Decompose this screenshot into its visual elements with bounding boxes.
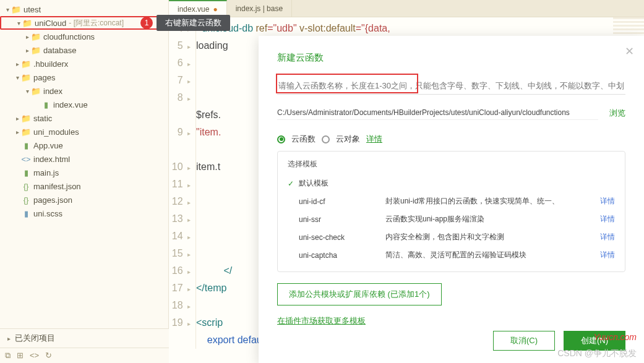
chevron-icon: ▾ bbox=[14, 74, 21, 81]
toolbar-icon[interactable]: ⧉ bbox=[5, 351, 11, 361]
template-name: uni-ssr bbox=[299, 215, 385, 224]
file-icon: ▮ bbox=[21, 141, 31, 150]
file-icon: 📁 bbox=[21, 59, 31, 69]
template-row[interactable]: uni-captcha简洁、高效、灵活可配置的云端验证码模块详情 bbox=[288, 246, 615, 264]
add-deps-button[interactable]: 添加公共模块或扩展库依赖 (已添加1个) bbox=[277, 283, 442, 305]
tree-item-label: pages.json bbox=[33, 195, 72, 205]
template-desc: 封装uni-id常用接口的云函数，快速实现简单、统一、 bbox=[385, 196, 600, 207]
file-icon: 📁 bbox=[31, 46, 41, 55]
editor-tabs: index.vue● index.js | base bbox=[169, 0, 644, 17]
tree-item-label: uni_modules bbox=[33, 127, 79, 137]
chevron-icon: ▾ bbox=[4, 6, 11, 13]
tree-item-label: main.js bbox=[33, 168, 59, 177]
tree-item-label: pages bbox=[33, 73, 55, 82]
template-row[interactable]: uni-ssr云函数实现uni-app服务端渲染详情 bbox=[288, 210, 615, 228]
chevron-icon: ▸ bbox=[14, 129, 21, 135]
template-row[interactable]: uni-sec-check内容安全检测，包含图片和文字检测详情 bbox=[288, 228, 615, 246]
browse-button[interactable]: 浏览 bbox=[609, 108, 625, 119]
tree-item-utest[interactable]: ▾📁utest bbox=[0, 2, 168, 16]
file-icon: <> bbox=[21, 155, 31, 164]
type-detail-link[interactable]: 详情 bbox=[366, 134, 382, 145]
template-row[interactable]: ✓默认模板 bbox=[288, 174, 615, 192]
tree-item-pages.json[interactable]: {}pages.json bbox=[0, 193, 168, 207]
tree-item-label: uniCloud bbox=[35, 19, 66, 28]
line-gutter: 4 ▸5 ▸6 ▸7 ▸8 ▸9 ▸10 ▸11 ▸12 ▸13 ▸14 ▸15… bbox=[169, 17, 196, 349]
chevron-icon: ▸ bbox=[24, 33, 31, 40]
tree-item-label: cloudfunctions bbox=[43, 32, 95, 41]
radio-cloudobject[interactable] bbox=[322, 135, 330, 143]
template-title: 选择模板 bbox=[288, 159, 615, 169]
tree-item-static[interactable]: ▸📁static bbox=[0, 111, 168, 125]
tree-item-uni.scss[interactable]: ▮uni.scss bbox=[0, 207, 168, 220]
tab-index-js[interactable]: index.js | base bbox=[227, 0, 293, 17]
tree-item-suffix: - [阿里云:concat] bbox=[69, 18, 124, 28]
chevron-icon: ▸ bbox=[14, 61, 21, 67]
chevron-icon: ▸ bbox=[24, 47, 31, 54]
file-icon: ▮ bbox=[21, 168, 31, 177]
hint-callout: 1 右键新建云函数 bbox=[140, 15, 230, 31]
watermark: Yuucn.com bbox=[593, 332, 637, 342]
file-icon: 📁 bbox=[22, 19, 32, 28]
tree-item-label: .hbuilderx bbox=[33, 59, 68, 69]
tree-item-.hbuilderx[interactable]: ▸📁.hbuilderx bbox=[0, 57, 168, 70]
toolbar-icon[interactable]: ⊞ bbox=[17, 351, 24, 361]
template-detail-link[interactable]: 详情 bbox=[600, 214, 615, 224]
tree-item-index[interactable]: ▾📁index bbox=[0, 84, 168, 98]
dialog-title: 新建云函数 bbox=[277, 52, 625, 64]
template-name: uni-id-cf bbox=[299, 197, 385, 206]
chevron-icon: ▾ bbox=[24, 88, 31, 95]
new-cloud-function-dialog: ✕ 新建云函数 C:/Users/Administrator/Documents… bbox=[259, 36, 644, 363]
callout-number: 1 bbox=[140, 17, 153, 29]
toolbar-icon[interactable]: ↻ bbox=[45, 351, 52, 361]
file-icon: ▮ bbox=[21, 209, 31, 218]
file-icon: {} bbox=[21, 195, 31, 205]
template-name: uni-sec-check bbox=[299, 233, 385, 242]
tab-index-vue[interactable]: index.vue● bbox=[169, 0, 227, 17]
tree-item-label: uni.scss bbox=[33, 209, 62, 218]
radio-cloudfunction[interactable] bbox=[277, 135, 285, 143]
type-radio-group: 云函数 云对象 详情 bbox=[277, 134, 625, 145]
tree-item-label: index.html bbox=[33, 155, 70, 164]
tree-item-database[interactable]: ▸📁database bbox=[0, 43, 168, 57]
tree-item-main.js[interactable]: ▮main.js bbox=[0, 166, 168, 179]
template-detail-link[interactable]: 详情 bbox=[600, 196, 615, 207]
file-icon: ▮ bbox=[41, 100, 51, 109]
tree-item-label: utest bbox=[24, 5, 41, 14]
tree-item-pages[interactable]: ▾📁pages bbox=[0, 70, 168, 84]
file-explorer: ▾📁utest▾📁uniCloud - [阿里云:concat]▸📁cloudf… bbox=[0, 0, 169, 363]
file-icon: 📁 bbox=[21, 114, 31, 123]
file-icon: 📁 bbox=[11, 5, 21, 14]
closed-projects-title[interactable]: ▸ 已关闭项目 bbox=[0, 329, 169, 348]
tree-item-index.html[interactable]: <>index.html bbox=[0, 152, 168, 166]
tree-item-App.vue[interactable]: ▮App.vue bbox=[0, 139, 168, 152]
tree-item-label: index.vue bbox=[53, 100, 88, 109]
check-icon: ✓ bbox=[288, 179, 299, 188]
file-icon: 📁 bbox=[21, 73, 31, 82]
template-selector: 选择模板 ✓默认模板uni-id-cf封装uni-id常用接口的云函数，快速实现… bbox=[277, 151, 625, 272]
marketplace-link[interactable]: 在插件市场获取更多模板 bbox=[277, 316, 366, 325]
tree-item-label: static bbox=[33, 114, 52, 123]
toolbar-icon[interactable]: <> bbox=[30, 351, 39, 361]
tree-item-uni_modules[interactable]: ▸📁uni_modules bbox=[0, 125, 168, 139]
cancel-button[interactable]: 取消(C) bbox=[493, 331, 555, 351]
watermark: CSDN @争儿不脱发 bbox=[557, 348, 637, 359]
file-icon: 📁 bbox=[31, 87, 41, 96]
explorer-toolbar: ⧉ ⊞ <> ↻ bbox=[0, 348, 169, 363]
tree-item-index.vue[interactable]: ▮index.vue bbox=[0, 98, 168, 111]
tree-item-cloudfunctions[interactable]: ▸📁cloudfunctions bbox=[0, 30, 168, 43]
template-detail-link[interactable]: 详情 bbox=[600, 250, 615, 260]
tree-item-label: index bbox=[43, 87, 62, 96]
template-desc: 内容安全检测，包含图片和文字检测 bbox=[385, 232, 600, 242]
tree-item-label: database bbox=[43, 46, 77, 55]
file-icon: {} bbox=[21, 182, 31, 191]
path-display: C:/Users/Administrator/Documents/HBuilde… bbox=[277, 106, 598, 120]
template-detail-link[interactable]: 详情 bbox=[600, 232, 615, 242]
template-row[interactable]: uni-id-cf封装uni-id常用接口的云函数，快速实现简单、统一、详情 bbox=[288, 192, 615, 210]
callout-text: 右键新建云函数 bbox=[157, 15, 230, 31]
tree-item-label: manifest.json bbox=[33, 182, 81, 191]
close-icon[interactable]: ✕ bbox=[625, 45, 634, 58]
tree-item-label: App.vue bbox=[33, 141, 63, 150]
closed-projects-panel: ▸ 已关闭项目 ⧉ ⊞ <> ↻ bbox=[0, 328, 169, 363]
tree-item-manifest.json[interactable]: {}manifest.json bbox=[0, 179, 168, 193]
template-name: uni-captcha bbox=[299, 251, 385, 260]
